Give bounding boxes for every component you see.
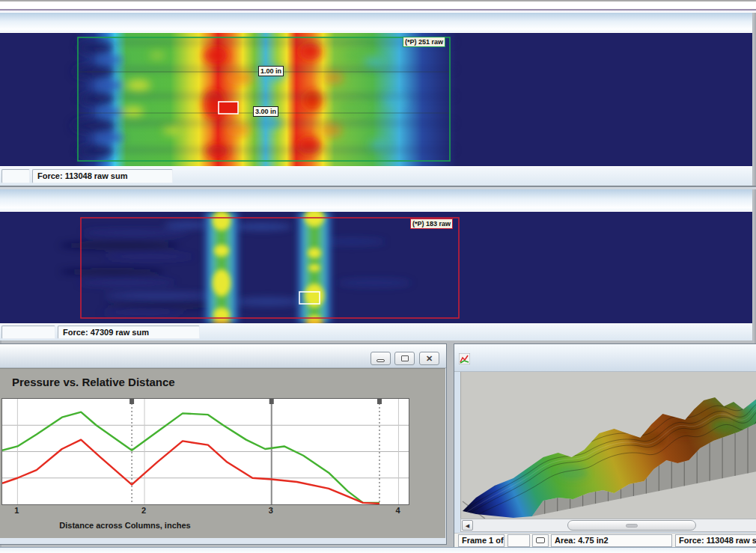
x-tick-label: 2 — [141, 506, 146, 515]
roi-peak-badge-green[interactable]: (*P) 251 raw — [403, 37, 445, 47]
maximize-icon — [401, 355, 409, 361]
close-button[interactable]: ✕ — [419, 352, 439, 365]
graph-window: ✕ Pressure vs. Relative Distance 1234 Di… — [0, 343, 447, 545]
pressure-map-top[interactable]: (*P) 251 raw 1.00 in 3.00 in — [0, 33, 752, 166]
tool-field[interactable] — [532, 534, 549, 547]
pressure-map-middle[interactable]: (*P) 183 raw — [0, 212, 752, 323]
rectangle-tool-icon — [536, 537, 545, 543]
pressure-map-top-image — [0, 33, 752, 166]
series-green-profile — [2, 412, 379, 503]
view3d-canvas[interactable] — [460, 372, 756, 519]
cursor-b-handle[interactable] — [377, 399, 382, 404]
selected-cell[interactable] — [219, 102, 238, 114]
window-top-chrome — [0, 0, 756, 13]
x-axis-ticks: 1234 — [1, 506, 409, 516]
panel2-status-spacer — [1, 326, 55, 339]
panel2-force-readout: Force: 47309 raw sum — [58, 326, 200, 339]
panel1-statusbar: Force: 113048 raw sum — [0, 166, 752, 186]
cursor-mid-handle[interactable] — [269, 399, 274, 404]
graph-plot-area[interactable] — [1, 398, 409, 505]
view3d-statusbar: Frame 1 of 1 Area: 4.75 in2 Force: 11304… — [454, 533, 756, 548]
x-tick-label: 4 — [395, 506, 400, 515]
view3d-window-icon — [459, 353, 470, 364]
status-spacer-field — [507, 534, 530, 547]
scrollbar-thumb[interactable] — [567, 520, 696, 531]
surface-3d-image — [461, 372, 756, 519]
maximize-button[interactable] — [394, 352, 415, 365]
measure-label-2: 3.00 in — [253, 106, 278, 117]
graph-window-titlebar[interactable]: ✕ — [0, 344, 446, 368]
scrollbar-grip — [626, 524, 638, 528]
close-icon: ✕ — [426, 355, 433, 363]
panel1-header-bar — [0, 13, 752, 33]
minimize-icon — [377, 359, 385, 362]
cursor-a-handle[interactable] — [129, 399, 134, 404]
view3d-titlebar[interactable] — [454, 344, 756, 372]
graph-title: Pressure vs. Relative Distance — [12, 376, 175, 388]
area-readout: Area: 4.75 in2 — [551, 534, 672, 547]
frame-counter: Frame 1 of 1 — [458, 534, 504, 547]
panel2-statusbar: Force: 47309 raw sum — [0, 323, 752, 340]
scroll-left-arrow[interactable]: ◀ — [462, 520, 473, 531]
x-tick-label: 1 — [14, 506, 19, 515]
graph-content-panel: Pressure vs. Relative Distance 1234 Dist… — [0, 368, 445, 538]
panel1-status-spacer — [1, 169, 30, 183]
roi-peak-badge-red[interactable]: (*P) 183 raw — [410, 219, 453, 229]
view3d-window: ◀ Frame 1 of 1 Area: 4.75 in2 Force: 113… — [454, 343, 756, 547]
series-red-profile — [2, 440, 379, 504]
pressure-map-middle-image — [0, 212, 752, 323]
minimize-button[interactable] — [371, 352, 391, 365]
graph-canvas — [2, 399, 409, 504]
app-screen: (*P) 251 raw 1.00 in 3.00 in Force: 1130… — [0, 0, 756, 553]
force-readout-3d: Force: 113048 raw sum — [675, 534, 756, 547]
x-tick-label: 3 — [269, 506, 273, 515]
horizontal-scrollbar[interactable]: ◀ — [460, 519, 756, 532]
measure-label-1: 1.00 in — [258, 66, 284, 76]
panel1-force-readout: Force: 113048 raw sum — [32, 169, 173, 183]
bottom-edge-strip — [0, 547, 756, 553]
panel2-header-bar — [0, 189, 752, 212]
x-axis-label: Distance across Columns, inches — [1, 519, 249, 532]
